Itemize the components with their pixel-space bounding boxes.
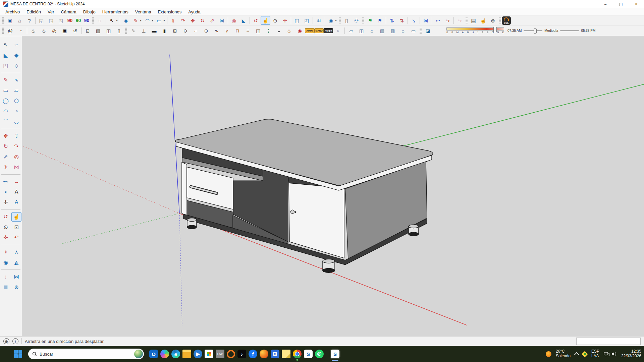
- sketch-pencil-icon[interactable]: ✎: [128, 26, 139, 35]
- save-icon[interactable]: ▣: [5, 16, 15, 25]
- offset-icon[interactable]: ◎: [229, 16, 239, 25]
- fur-box-icon[interactable]: ▱: [346, 26, 356, 35]
- time-track-pm[interactable]: [560, 30, 579, 31]
- kitchen-kettle-icon[interactable]: ♨: [284, 26, 294, 35]
- paint-icon[interactable]: ◣: [239, 16, 249, 25]
- rotate-icon[interactable]: ↻: [198, 16, 207, 25]
- language-indicator[interactable]: ESP LAA: [591, 349, 599, 359]
- scale-icon[interactable]: ⇗: [1, 152, 11, 162]
- scale-icon[interactable]: ⇗: [207, 16, 217, 25]
- taskbar-app-media-player[interactable]: ▶: [194, 350, 202, 358]
- maximize-button[interactable]: ▢: [613, 0, 629, 8]
- fov-blue-field[interactable]: 90: [83, 18, 91, 23]
- new-file-icon[interactable]: ▯: [342, 16, 352, 25]
- two-point-arc-icon[interactable]: ◠: [1, 107, 11, 116]
- eraser-icon[interactable]: ◆: [11, 51, 21, 60]
- orbit-icon[interactable]: ↺: [1, 212, 11, 222]
- add-collaborator-icon[interactable]: ⚇: [352, 16, 361, 25]
- rotate-icon[interactable]: ↻: [1, 142, 11, 151]
- fur-house-icon[interactable]: ⌂: [367, 26, 377, 35]
- taskbar-app-chrome[interactable]: [293, 350, 302, 358]
- panel-person-icon[interactable]: ▯: [114, 26, 124, 35]
- sandbox-settings-icon[interactable]: ⊛: [11, 283, 21, 292]
- three-point-arc-icon[interactable]: ◡: [11, 117, 21, 126]
- help-icon[interactable]: ?: [24, 16, 34, 25]
- furn-faucet-icon[interactable]: ⌐: [191, 26, 201, 35]
- volume-icon[interactable]: [611, 352, 617, 356]
- panel-browser-icon[interactable]: ▤: [93, 26, 103, 35]
- taskbar-app-sketchup-active[interactable]: S: [331, 350, 339, 358]
- paint-icon[interactable]: ◣: [1, 51, 11, 60]
- geolocation-icon[interactable]: ◉: [3, 338, 9, 344]
- tray-chevron-icon[interactable]: [574, 352, 579, 357]
- ext-curve-pink-icon[interactable]: ↪: [455, 16, 465, 25]
- menu-herramientas[interactable]: Herramientas: [99, 9, 132, 15]
- dimensions-icon[interactable]: ↔: [11, 177, 21, 186]
- panel-window-icon[interactable]: ◫: [103, 26, 114, 35]
- render-panel-icon[interactable]: ▣: [59, 26, 70, 35]
- kitchen-pot-icon[interactable]: ◒: [274, 26, 284, 35]
- rectangle-icon[interactable]: ▭: [1, 86, 11, 95]
- curve-icon[interactable]: ⌒: [1, 117, 11, 126]
- zoom-window-icon[interactable]: ⊡: [11, 223, 21, 232]
- fredo-tool-2-icon[interactable]: ◔: [15, 26, 26, 35]
- surface-side-icon[interactable]: ◳: [56, 16, 66, 25]
- surface-front-icon[interactable]: ◱: [37, 16, 46, 25]
- fur-fridge-icon[interactable]: ▥: [387, 26, 398, 35]
- surface-top-icon[interactable]: ◲: [46, 16, 56, 25]
- time-track-am[interactable]: [524, 30, 542, 31]
- render-teapot-icon[interactable]: ♨: [28, 26, 39, 35]
- kitchen-shelf-icon[interactable]: ≡: [243, 26, 253, 35]
- menu-cámara[interactable]: Cámara: [58, 9, 80, 15]
- taskbar-app-everything[interactable]: [227, 350, 235, 358]
- menu-ayuda[interactable]: Ayuda: [185, 9, 204, 15]
- follow-me-icon[interactable]: ↷: [11, 142, 21, 151]
- pan-icon[interactable]: ☝: [261, 16, 270, 25]
- make-component-icon[interactable]: ◳: [1, 61, 11, 70]
- zoom-icon[interactable]: ⊙: [1, 223, 11, 232]
- search-daily-image[interactable]: [134, 350, 143, 358]
- mirror-icon[interactable]: ⋈: [11, 163, 21, 172]
- furn-tablet-icon[interactable]: ▮: [159, 26, 170, 35]
- ocl-plugin-button[interactable]: OCL: [502, 16, 511, 25]
- pin-red-icon[interactable]: ◉: [294, 26, 305, 35]
- fredo-tool-1-icon[interactable]: @: [5, 26, 15, 35]
- open-model-icon[interactable]: ⌂: [15, 16, 24, 25]
- furn-laptop-icon[interactable]: ▬: [149, 26, 159, 35]
- menu-ventana[interactable]: Ventana: [132, 9, 155, 15]
- panel-options-icon[interactable]: ⊡: [83, 26, 93, 35]
- shadow-toggle-icon[interactable]: ◪: [423, 26, 433, 35]
- position-camera-icon[interactable]: ⌖: [1, 247, 11, 257]
- coffee-table-model[interactable]: [175, 119, 433, 273]
- taskbar-app-explorer[interactable]: [182, 350, 191, 358]
- 3d-text-icon[interactable]: A: [11, 198, 21, 207]
- menu-extensiones[interactable]: Extensiones: [154, 9, 185, 15]
- account-dropdown-icon[interactable]: ▾: [334, 19, 338, 22]
- fur-home-icon[interactable]: ⌂: [398, 26, 408, 35]
- search-input[interactable]: Buscar: [28, 349, 144, 359]
- move-icon[interactable]: ✥: [188, 16, 198, 25]
- protractor-icon[interactable]: ◖: [1, 187, 11, 197]
- ext-flag-green-icon[interactable]: ⚑: [365, 16, 375, 25]
- measurements-box[interactable]: [576, 338, 641, 345]
- viewport-3d[interactable]: [22, 36, 644, 336]
- follow-me-icon[interactable]: ↷: [178, 16, 188, 25]
- kitchen-bottles-icon[interactable]: ⋮: [263, 26, 274, 35]
- smart-axes-icon[interactable]: ✳: [1, 163, 11, 172]
- start-button[interactable]: [13, 349, 23, 359]
- ext-arrow-diagonal-icon[interactable]: ↘: [409, 16, 419, 25]
- offset-icon[interactable]: ◎: [11, 152, 21, 162]
- taskbar-app-calculator[interactable]: ⊞: [271, 350, 279, 358]
- furn-spring-icon[interactable]: ∿: [211, 26, 222, 35]
- freehand-icon[interactable]: ∿: [11, 75, 21, 85]
- pie-icon[interactable]: ◔: [11, 107, 21, 116]
- circle-icon[interactable]: ◯: [1, 96, 11, 106]
- push-pull-icon[interactable]: ⇧: [11, 131, 21, 141]
- select-icon[interactable]: ↖: [1, 40, 11, 50]
- push-pull-icon[interactable]: ⇧: [168, 16, 178, 25]
- taskbar-app-whatsapp[interactable]: ✆: [315, 350, 324, 358]
- flatten-icon[interactable]: ⋈: [11, 272, 21, 282]
- taskbar-app-live[interactable]: Live: [216, 350, 224, 358]
- component-panel-icon[interactable]: ◰: [302, 16, 312, 25]
- taskbar-app-sketchup[interactable]: S: [304, 350, 313, 358]
